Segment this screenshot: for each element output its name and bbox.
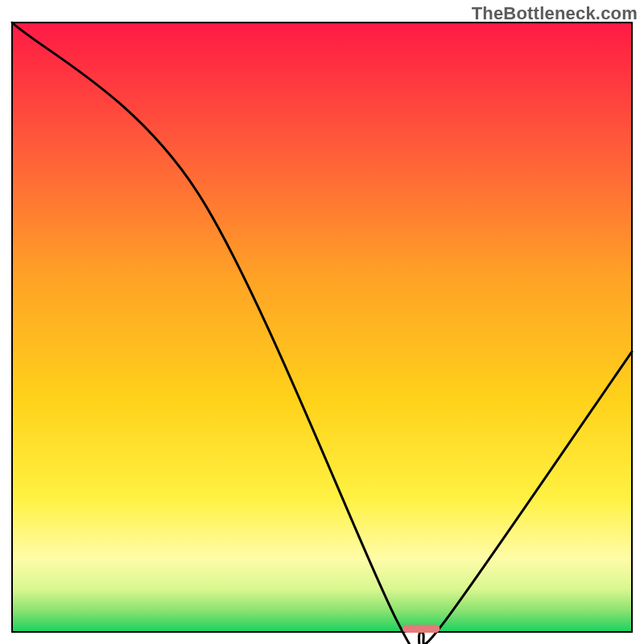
optimal-marker bbox=[402, 625, 440, 633]
gradient-background bbox=[12, 23, 632, 632]
watermark-text: TheBottleneck.com bbox=[472, 3, 638, 24]
chart-stage: TheBottleneck.com bbox=[0, 0, 644, 644]
bottleneck-chart bbox=[0, 0, 644, 644]
